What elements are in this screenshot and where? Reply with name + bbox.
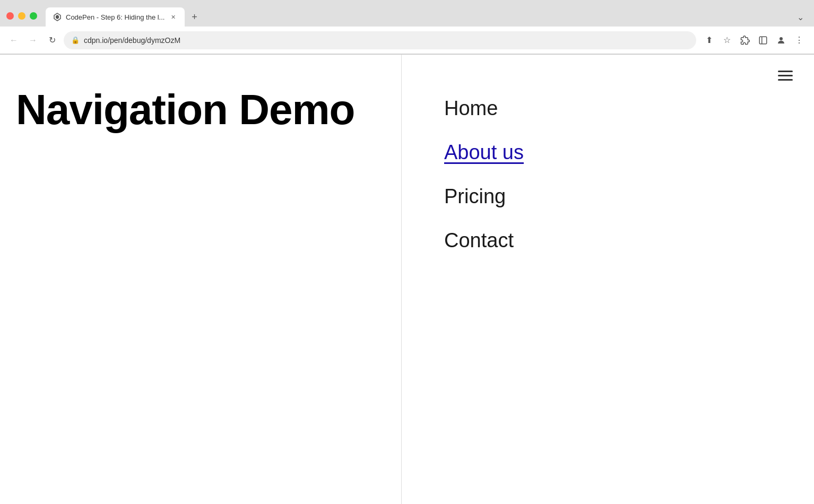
address-input-wrap[interactable]: 🔒 xyxy=(64,31,696,49)
more-options-button[interactable]: ⋮ xyxy=(791,32,808,49)
window-controls xyxy=(6,12,37,20)
nav-item-pricing[interactable]: Pricing xyxy=(444,175,787,219)
refresh-button[interactable]: ↻ xyxy=(45,33,59,48)
tab-end-actions: ⌄ xyxy=(793,10,808,24)
nav-link-home[interactable]: Home xyxy=(444,97,498,119)
bookmark-button[interactable]: ☆ xyxy=(718,32,735,49)
hamburger-menu-button[interactable] xyxy=(778,71,793,81)
toolbar-actions: ⬆ ☆ ⋮ xyxy=(700,32,808,49)
new-tab-button[interactable]: + xyxy=(187,10,202,24)
maximize-window-button[interactable] xyxy=(30,12,37,20)
tab-dropdown-button[interactable]: ⌄ xyxy=(793,10,808,24)
page-left-panel: Navigation Demo xyxy=(0,55,402,504)
nav-link-pricing[interactable]: Pricing xyxy=(444,185,506,207)
nav-link-about[interactable]: About us xyxy=(444,141,524,163)
sidebar-button[interactable] xyxy=(755,32,772,49)
nav-item-home[interactable]: Home xyxy=(444,86,787,131)
page-content: Navigation Demo Home About us Pricing Co… xyxy=(0,55,814,504)
tab-title: CodePen - Step 6: Hiding the l... xyxy=(66,13,164,21)
profile-button[interactable] xyxy=(773,32,790,49)
tab-favicon-icon xyxy=(53,13,62,21)
back-button[interactable]: ← xyxy=(6,33,21,48)
hamburger-line-3 xyxy=(778,79,793,81)
address-input[interactable] xyxy=(84,36,689,45)
browser-chrome: CodePen - Step 6: Hiding the l... ✕ + ⌄ … xyxy=(0,0,814,55)
address-bar: ← → ↻ 🔒 ⬆ ☆ xyxy=(0,27,814,54)
svg-point-4 xyxy=(780,37,783,40)
nav-item-about[interactable]: About us xyxy=(444,131,787,175)
extensions-button[interactable] xyxy=(737,32,754,49)
page-heading: Navigation Demo xyxy=(16,86,354,133)
page-right-panel: Home About us Pricing Contact xyxy=(402,55,814,504)
nav-link-contact[interactable]: Contact xyxy=(444,229,514,251)
svg-rect-2 xyxy=(759,37,767,44)
active-tab[interactable]: CodePen - Step 6: Hiding the l... ✕ xyxy=(46,7,185,27)
tab-bar: CodePen - Step 6: Hiding the l... ✕ + ⌄ xyxy=(46,5,808,27)
title-bar: CodePen - Step 6: Hiding the l... ✕ + ⌄ xyxy=(0,0,814,27)
svg-marker-1 xyxy=(56,15,59,19)
close-window-button[interactable] xyxy=(6,12,14,20)
minimize-window-button[interactable] xyxy=(18,12,25,20)
share-button[interactable]: ⬆ xyxy=(700,32,717,49)
forward-button[interactable]: → xyxy=(25,33,40,48)
main-navigation: Home About us Pricing Contact xyxy=(444,86,787,263)
hamburger-line-1 xyxy=(778,71,793,72)
hamburger-line-2 xyxy=(778,75,793,76)
lock-icon: 🔒 xyxy=(71,36,80,44)
tab-close-button[interactable]: ✕ xyxy=(169,13,177,21)
nav-list: Home About us Pricing Contact xyxy=(444,86,787,263)
nav-item-contact[interactable]: Contact xyxy=(444,219,787,263)
